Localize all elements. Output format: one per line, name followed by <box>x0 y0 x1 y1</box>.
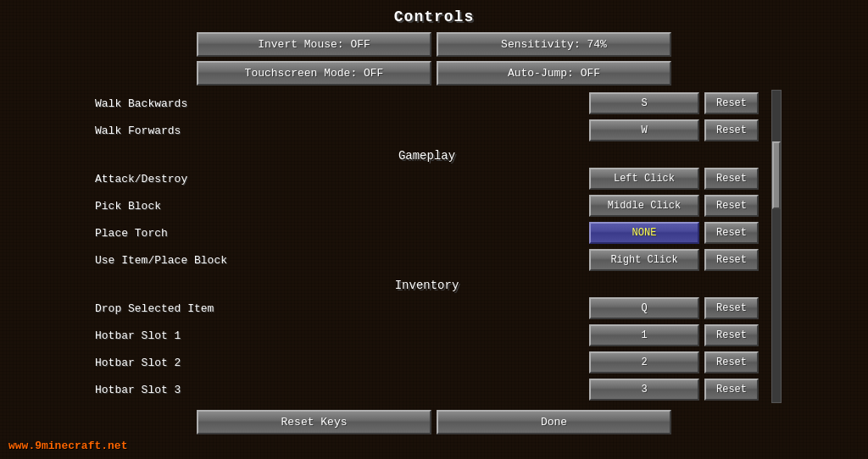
walk-forwards-label: Walk Forwards <box>95 124 582 137</box>
attack-destroy-label: Attack/Destroy <box>95 173 582 185</box>
place-torch-key[interactable]: NONE <box>589 222 699 244</box>
pick-block-label: Pick Block <box>95 200 582 213</box>
hotbar-3-reset[interactable]: Reset <box>704 379 759 401</box>
place-torch-row: Place Torch NONE Reset <box>86 219 767 246</box>
hotbar-1-binding: 1 Reset <box>589 324 759 346</box>
pick-block-row: Pick Block Middle Click Reset <box>86 192 767 219</box>
content-area: Walk Backwards S Reset Walk Forwards W R… <box>86 90 782 403</box>
watermark-prefix: www. <box>8 440 35 452</box>
drop-selected-row: Drop Selected Item Q Reset <box>86 295 767 322</box>
scrollbar[interactable] <box>771 90 782 403</box>
place-torch-label: Place Torch <box>95 227 582 240</box>
hotbar-1-row: Hotbar Slot 1 1 Reset <box>86 322 767 349</box>
top-row-2: Touchscreen Mode: OFF Auto-Jump: OFF <box>197 61 671 86</box>
walk-backwards-label: Walk Backwards <box>95 97 582 110</box>
watermark: www.9minecraft.net <box>8 440 127 452</box>
pick-block-reset[interactable]: Reset <box>704 195 759 217</box>
hotbar-3-binding: 3 Reset <box>589 379 759 401</box>
walk-backwards-key[interactable]: S <box>589 92 699 114</box>
invert-mouse-button[interactable]: Invert Mouse: OFF <box>197 32 431 57</box>
walk-backwards-binding: S Reset <box>589 92 759 114</box>
hotbar-2-binding: 2 Reset <box>589 351 759 373</box>
walk-forwards-key[interactable]: W <box>589 119 699 141</box>
place-torch-reset[interactable]: Reset <box>704 222 759 244</box>
drop-selected-binding: Q Reset <box>589 297 759 319</box>
hotbar-1-label: Hotbar Slot 1 <box>95 329 582 342</box>
use-item-reset[interactable]: Reset <box>704 249 759 271</box>
drop-selected-reset[interactable]: Reset <box>704 297 759 319</box>
attack-destroy-row: Attack/Destroy Left Click Reset <box>86 165 767 192</box>
place-torch-binding: NONE Reset <box>589 222 759 244</box>
walk-forwards-reset[interactable]: Reset <box>704 119 759 141</box>
hotbar-3-label: Hotbar Slot 3 <box>95 384 582 396</box>
attack-destroy-key[interactable]: Left Click <box>589 168 699 190</box>
gameplay-header: Gameplay <box>86 144 767 165</box>
hotbar-2-key[interactable]: 2 <box>589 351 699 373</box>
walk-backwards-row: Walk Backwards S Reset <box>86 90 767 117</box>
pick-block-key[interactable]: Middle Click <box>589 195 699 217</box>
drop-selected-label: Drop Selected Item <box>95 302 582 315</box>
attack-destroy-binding: Left Click Reset <box>589 168 759 190</box>
pick-block-binding: Middle Click Reset <box>589 195 759 217</box>
use-item-label: Use Item/Place Block <box>95 254 582 267</box>
done-button[interactable]: Done <box>437 410 671 434</box>
hotbar-1-key[interactable]: 1 <box>589 324 699 346</box>
page-title: Controls <box>394 8 474 25</box>
drop-selected-key[interactable]: Q <box>589 297 699 319</box>
hotbar-3-row: Hotbar Slot 3 3 Reset <box>86 376 767 403</box>
watermark-suffix: .net <box>101 440 127 452</box>
use-item-binding: Right Click Reset <box>589 249 759 271</box>
use-item-key[interactable]: Right Click <box>589 249 699 271</box>
hotbar-1-reset[interactable]: Reset <box>704 324 759 346</box>
hotbar-2-label: Hotbar Slot 2 <box>95 357 582 369</box>
top-row-1: Invert Mouse: OFF Sensitivity: 74% <box>197 32 671 57</box>
touchscreen-mode-button[interactable]: Touchscreen Mode: OFF <box>197 61 431 86</box>
sensitivity-button[interactable]: Sensitivity: 74% <box>437 32 671 57</box>
use-item-row: Use Item/Place Block Right Click Reset <box>86 246 767 274</box>
hotbar-3-key[interactable]: 3 <box>589 379 699 401</box>
main-container: Controls Invert Mouse: OFF Sensitivity: … <box>0 0 868 459</box>
bottom-buttons: Reset Keys Done <box>197 410 671 434</box>
scrollbar-thumb[interactable] <box>772 141 781 209</box>
controls-list: Walk Backwards S Reset Walk Forwards W R… <box>86 90 767 403</box>
hotbar-2-reset[interactable]: Reset <box>704 351 759 373</box>
inventory-header: Inventory <box>86 274 767 295</box>
auto-jump-button[interactable]: Auto-Jump: OFF <box>437 61 671 86</box>
walk-forwards-binding: W Reset <box>589 119 759 141</box>
walk-backwards-reset[interactable]: Reset <box>704 92 759 114</box>
walk-forwards-row: Walk Forwards W Reset <box>86 117 767 144</box>
watermark-name: 9minecraft <box>35 440 101 452</box>
attack-destroy-reset[interactable]: Reset <box>704 168 759 190</box>
reset-keys-button[interactable]: Reset Keys <box>197 410 431 434</box>
hotbar-2-row: Hotbar Slot 2 2 Reset <box>86 349 767 376</box>
